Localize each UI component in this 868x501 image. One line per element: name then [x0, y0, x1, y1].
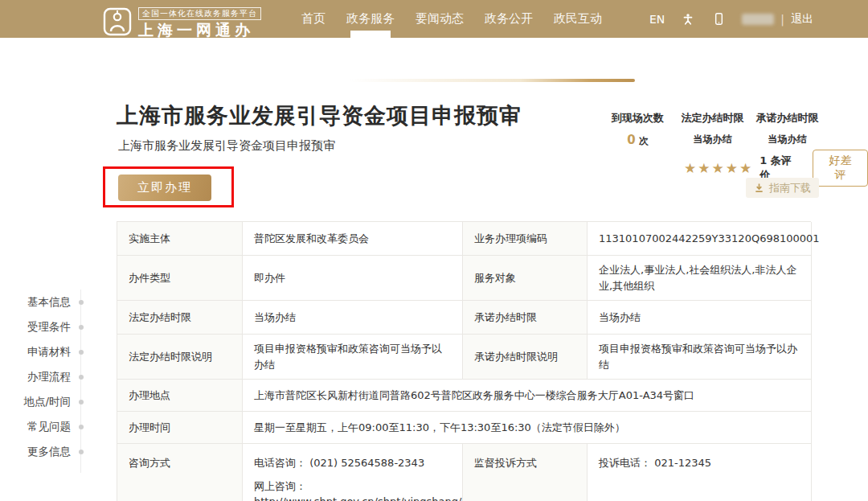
main-nav: 首页 政务服务 要闻动态 政务公开 政民互动 — [301, 0, 602, 38]
rail-dot — [79, 400, 84, 404]
table-row: 办理时间 星期一至星期五，上午09:00至11:30，下午13:30至16:30… — [117, 412, 811, 444]
download-icon — [754, 183, 764, 193]
table-row: 法定办结时限说明 项目申报资格预审和政策咨询可当场予以办结 承诺办结时限说明 项… — [117, 335, 811, 380]
table-label-cell: 办件类型 — [117, 256, 243, 301]
table-value-cell: 11310107002442259Y33120Q698100001 — [588, 222, 812, 256]
table-label-cell: 法定办结时限 — [117, 301, 243, 335]
pipe-divider: | — [780, 13, 784, 26]
nav-item-disclosure[interactable]: 政务公开 — [485, 0, 533, 38]
table-value-cell: 项目申报资格预审和政策咨询可当场予以办结 — [243, 335, 463, 380]
table-label-cell: 监督投诉方式 — [463, 444, 588, 501]
table-label-cell: 承诺办结时限说明 — [463, 335, 588, 380]
page: 全国一体化在线政务服务平台 上海一网通办 首页 政务服务 要闻动态 政务公开 政… — [0, 0, 868, 501]
sidebar-item-faq[interactable]: 常见问题 — [0, 414, 84, 439]
table-label-cell: 法定办结时限说明 — [117, 335, 243, 380]
service-info-table: 实施主体 普陀区发展和改革委员会 业务办理项编码 113101070024422… — [117, 221, 811, 501]
table-label-cell: 承诺办结时限 — [463, 301, 588, 335]
table-value-cell: 即办件 — [243, 256, 463, 301]
stat-promised-limit: 承诺办结时限 当场办结 — [750, 111, 825, 148]
table-value-cell: 星期一至星期五，上午09:00至11:30，下午13:30至16:30（法定节假… — [243, 412, 812, 444]
guide-download-button[interactable]: 指南下载 — [746, 178, 819, 198]
table-row: 办件类型 即办件 服务对象 企业法人,事业法人,社会组织法人,非法人企业,其他组… — [117, 256, 811, 301]
sidebar-item-more[interactable]: 更多信息 — [0, 439, 84, 464]
consult-phone: 电话咨询： (021) 52564588-2343 — [254, 455, 461, 471]
service-stats: 到现场次数 0 次 法定办结时限 当场办结 承诺办结时限 当场办结 — [600, 111, 825, 148]
table-value-cell: 当场办结 — [243, 301, 463, 335]
mobile-icon[interactable] — [711, 12, 726, 27]
table-row: 咨询方式 电话咨询： (021) 52564588-2343 网上咨询： htt… — [117, 444, 811, 501]
table-label-cell: 实施主体 — [117, 222, 243, 256]
rail-dot — [79, 375, 84, 380]
rail-dot — [79, 450, 84, 454]
table-row: 办理地点 上海市普陀区长风新村街道同普路602号普陀区政务服务中心一楼综合服务大… — [117, 380, 811, 412]
stat-statutory-label: 法定办结时限 — [675, 111, 750, 125]
table-row: 实施主体 普陀区发展和改革委员会 业务办理项编码 113101070024422… — [117, 222, 811, 256]
star-icons: ★★★★★ — [684, 162, 753, 175]
sidebar-item-process[interactable]: 办理流程 — [0, 364, 84, 389]
stat-visits-value: 0 次 — [600, 133, 675, 148]
sidebar-item-place-time[interactable]: 地点/时间 — [0, 389, 84, 414]
logout-button[interactable]: 退出 — [791, 12, 813, 27]
sidebar-item-conditions[interactable]: 受理条件 — [0, 314, 84, 339]
table-label-cell: 办理地点 — [117, 380, 243, 412]
site-logo[interactable]: 全国一体化在线政务服务平台 上海一网通办 — [103, 4, 261, 39]
consult-web[interactable]: 网上咨询： http://www.shpt.gov.cn/shpt/yingsh… — [254, 478, 461, 501]
anchor-sidebar: 基本信息 受理条件 申请材料 办理流程 地点/时间 常见问题 更多信息 — [0, 290, 84, 464]
section-accent-line — [0, 79, 635, 82]
site-name: 上海一网通办 — [138, 21, 261, 39]
sidebar-item-basic-info[interactable]: 基本信息 — [0, 290, 84, 314]
rail-dot — [79, 350, 84, 355]
rail-dot — [79, 425, 84, 429]
annotation-red-box — [103, 166, 234, 207]
table-value-cell: 投诉电话： 021-12345 — [588, 444, 812, 501]
table-label-cell: 服务对象 — [463, 256, 588, 301]
table-value-cell: 企业法人,事业法人,社会组织法人,非法人企业,其他组织 — [588, 256, 812, 301]
platform-badge: 全国一体化在线政务服务平台 — [138, 7, 261, 20]
rail-dot — [79, 300, 84, 305]
header-right: EN | 退出 — [649, 0, 813, 38]
stat-statutory-limit: 法定办结时限 当场办结 — [675, 111, 750, 148]
stat-visits-label: 到现场次数 — [600, 111, 675, 125]
review-button[interactable]: 好差评 — [813, 150, 868, 187]
page-subtitle: 上海市服务业发展引导资金项目申报预审 — [118, 138, 335, 154]
table-value-cell: 电话咨询： (021) 52564588-2343 网上咨询： http://w… — [243, 444, 463, 501]
stat-statutory-value: 当场办结 — [675, 133, 750, 146]
accessibility-icon[interactable] — [681, 12, 695, 27]
table-value-cell: 上海市普陀区长风新村街道同普路602号普陀区政务服务中心一楼综合服务大厅A01-… — [243, 380, 812, 412]
lang-switch[interactable]: EN — [649, 13, 665, 26]
page-title: 上海市服务业发展引导资金项目申报预审 — [117, 101, 522, 130]
rail-dot — [79, 325, 84, 330]
stat-visits: 到现场次数 0 次 — [600, 111, 675, 148]
table-row: 法定办结时限 当场办结 承诺办结时限 当场办结 — [117, 301, 811, 335]
logo-text: 全国一体化在线政务服务平台 上海一网通办 — [138, 4, 261, 39]
table-value-cell: 项目申报资格预审和政策咨询可当场予以办结 — [588, 335, 812, 380]
logo-icon — [103, 7, 132, 36]
header: 全国一体化在线政务服务平台 上海一网通办 首页 政务服务 要闻动态 政务公开 政… — [0, 0, 868, 38]
stat-promised-label: 承诺办结时限 — [750, 111, 825, 125]
table-label-cell: 办理时间 — [117, 412, 243, 444]
table-label-cell: 咨询方式 — [117, 444, 243, 501]
nav-item-home[interactable]: 首页 — [301, 0, 326, 38]
username-redacted[interactable] — [742, 14, 774, 25]
nav-item-news[interactable]: 要闻动态 — [416, 0, 464, 38]
nav-item-services[interactable]: 政务服务 — [346, 0, 395, 38]
sidebar-item-materials[interactable]: 申请材料 — [0, 339, 84, 364]
table-value-cell: 当场办结 — [588, 301, 812, 335]
table-label-cell: 业务办理项编码 — [463, 222, 588, 256]
stat-promised-value: 当场办结 — [750, 133, 825, 146]
table-value-cell: 普陀区发展和改革委员会 — [243, 222, 463, 256]
nav-item-interaction[interactable]: 政民互动 — [554, 0, 602, 38]
